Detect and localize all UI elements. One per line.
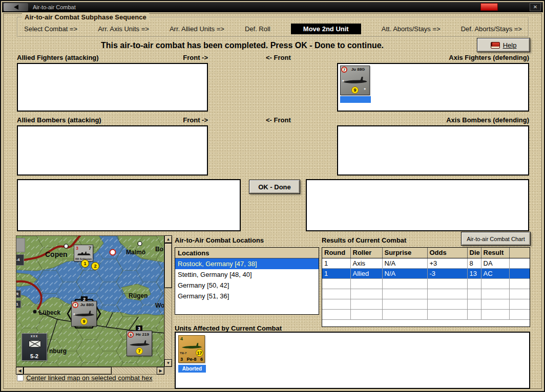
locations-header: Locations [175,248,319,258]
results-cell [509,258,530,268]
results-column-header [509,248,530,258]
scroll-left-button[interactable]: ◀ [16,367,24,375]
star-mark: * [73,313,75,317]
map-label-malmo: Malmö [126,249,145,256]
location-item[interactable]: Germany [51, 36] [175,291,319,301]
allied-bombers-label: Allied Bombers (attacking) [17,116,101,124]
center-map-checkbox[interactable] [17,375,24,381]
axis-bombers-label: Axis Bombers (defending) [427,116,529,124]
map-vertical-scrollbar[interactable]: ▲ ▼ [164,235,172,367]
results-column-header: Surprise [382,248,427,258]
scroll-up-icon: ▲ [166,237,171,242]
results-empty-row [322,289,530,299]
axis-bombers-panel[interactable] [337,125,529,176]
results-cell: 13 [467,268,481,278]
results-table: Round Roller Surprise Odds Die Result 1 … [322,248,530,320]
results-empty-row [322,299,530,309]
allied-bombers-panel[interactable] [17,125,208,176]
subphase-sequence: Select Combat => Arr. Axis Units => Arr.… [24,25,522,33]
results-row[interactable]: 1 Allied N/A -3 13 AC [322,268,530,278]
results-column-header: Die [467,248,481,258]
unit-name: Ju 88G [347,67,369,72]
scrollbar-corner [164,367,172,375]
results-row[interactable]: 1 Axis N/A +3 8 DA [322,258,530,268]
phase-def-aborts-stays: Def. Aborts/Stays => [461,25,522,33]
axis-fighters-panel[interactable]: 7 Ju 88G * * 9 [337,63,529,112]
results-cell [509,268,530,278]
unit-symbol-icon [29,340,41,347]
range-badge: 9 [351,86,359,94]
subphase-groupbox-title: Air-to-air Combat Subphase Sequence [22,13,149,21]
results-cell: Axis [350,258,382,268]
h-scrollbar-thumb[interactable] [24,367,112,375]
front-left-label-1: <- Front [266,54,291,61]
combat-chart-button[interactable]: Air-to-air Combat Chart [461,232,531,246]
map[interactable]: Copen Malmö Bo Rügen Wol Lübeck nburg 3 … [16,235,164,367]
game-window: Air-to-air Combat ✕ Air-to-air Combat Su… [0,0,545,392]
help-book-icon [491,42,500,49]
map-marker-chip[interactable]: 1 [81,259,89,268]
map-container: Copen Malmö Bo Rügen Wol Lübeck nburg 3 … [16,235,173,375]
unit-type: TB-7 [180,352,186,355]
location-item[interactable]: Rostock, Germany [47, 38] [175,258,319,269]
results-column-header: Round [322,248,350,258]
results-cell: N/A [382,258,427,268]
scroll-left-icon: ◀ [18,369,21,373]
left-info-panel[interactable] [17,179,241,231]
titlebar-red-button[interactable] [480,3,498,11]
units-affected-title: Units Affected by Current Combat [175,324,282,332]
v-scrollbar-thumb[interactable] [164,243,172,288]
location-item[interactable]: Germany [50, 42] [175,280,319,291]
map-ground-unit[interactable]: xxx 5-2 [22,333,47,361]
results-empty-row [322,278,530,289]
edge-counter [16,238,25,252]
scroll-right-icon: ▶ [159,369,162,373]
locations-list: Locations Rostock, Germany [47, 38] Stet… [175,247,319,315]
system-menu-icon[interactable] [4,3,28,11]
scroll-right-button[interactable]: ▶ [157,367,164,375]
phase-att-aborts-stays: Att. Aborts/Stays => [382,25,441,33]
range-badge: 9 [80,318,88,325]
map-unit-he219[interactable]: 8 He 219 7 [127,331,152,356]
edge-counter: -4 [16,254,24,266]
center-map-checkbox-label[interactable]: Center linked map on selected combat hex [26,374,152,382]
phase-def-roll: Def. Roll [245,25,270,33]
map-marker-chip[interactable]: 2 [91,262,99,270]
results-cell: 1 [322,258,350,268]
scroll-down-button[interactable]: ▼ [164,359,172,367]
status-message: This air-to-air combat has been complete… [17,41,468,50]
map-label-copenhagen: Copen [45,250,68,258]
air-to-air-badge: 8 [128,332,134,338]
map-unit-ju88g[interactable]: 7 Ju 88G * 9 [71,301,97,326]
right-info-panel[interactable] [306,179,529,231]
map-horizontal-scrollbar[interactable]: ◀ ▶ [16,367,164,375]
scroll-down-icon: ▼ [166,361,171,365]
units-affected-panel[interactable]: 4 TB-7 17 3 Pe-8 6 Aborted [175,332,530,389]
phase-arr-allied-units: Arr. Allied Units => [170,25,224,33]
unit-counter-ju88g[interactable]: 7 Ju 88G * * 9 [340,66,370,95]
map-label-bo: Bo [155,246,163,253]
star-mark: * [342,79,344,84]
phase-move-2nd-unit: Move 2nd Unit [291,24,361,34]
scroll-up-button[interactable]: ▲ [164,235,172,243]
ok-done-button[interactable]: OK - Done [249,180,300,194]
results-table-box: Round Roller Surprise Odds Die Result 1 … [322,247,530,327]
unit-counter-pe8[interactable]: 4 TB-7 17 3 Pe-8 6 [178,335,205,363]
plane-silhouette-icon [342,75,369,87]
unit-size: xxx [22,334,47,338]
unit-status-badge: Aborted [178,365,206,373]
allied-fighters-panel[interactable] [17,63,208,112]
map-naval-counter[interactable]: 3 7 BB Schlesien [74,245,93,262]
ship-silhouette-icon [77,251,91,256]
subphase-groupbox: Air-to-air Combat Subphase Sequence Sele… [17,17,529,37]
help-button[interactable]: Help [477,38,530,52]
naval-attack: 3 [76,246,78,251]
bomber-attack: 4 [180,336,183,341]
edge-counter: 1 [16,300,21,308]
close-icon[interactable]: ✕ [530,3,541,11]
location-item[interactable]: Stettin, Germany [48, 40] [175,269,319,280]
results-column-header: Result [481,248,509,258]
results-cell: DA [481,258,509,268]
results-cell: Allied [350,268,382,278]
results-column-header: Roller [350,248,382,258]
